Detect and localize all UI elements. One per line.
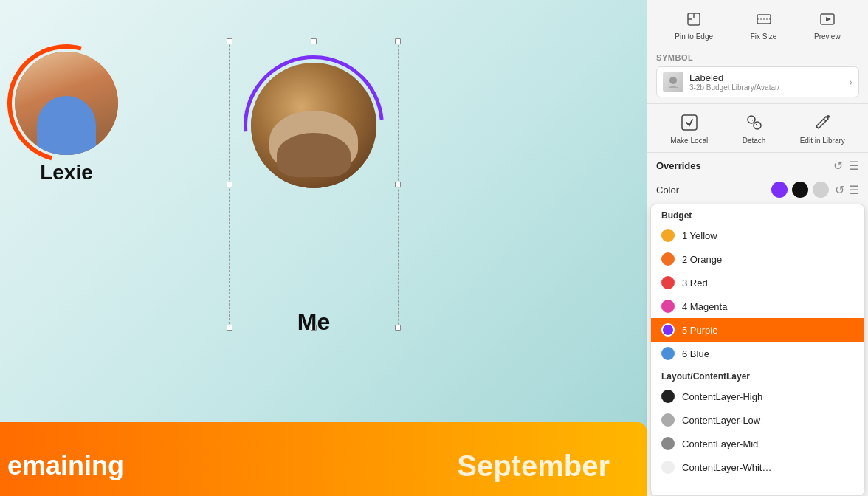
detach-button[interactable]: Detach [743,111,766,145]
color-item-4-magenta[interactable]: 4 Magenta [651,294,864,318]
color-swatch-3-red [661,276,675,289]
make-local-icon [678,111,700,134]
budget-group-title: Budget [651,204,864,224]
lexie-name: Lexie [0,161,133,185]
color-swatch-4-magenta [661,300,675,313]
color-icons: ↺ ☰ [835,183,859,197]
svg-rect-8 [682,115,697,130]
color-swatches [771,182,829,198]
color-item-label-1-yellow: 1 Yellow [682,230,854,241]
fix-size-icon [754,9,774,30]
color-item-label-2-orange: 2 Orange [682,254,854,265]
color-item-label-cl-white: ContentLayer-Whit… [682,462,854,473]
color-swatch-cl-mid [661,437,675,450]
color-item-1-yellow[interactable]: 1 Yellow [651,224,864,247]
color-swatch-5-purple [661,323,675,337]
edit-in-library-icon [811,111,833,134]
overrides-row: Overrides ↺ ☰ [647,153,868,179]
pin-to-edge-button[interactable]: Pin to Edge [669,6,719,44]
symbol-section-title: SYMBOL [656,53,859,62]
detach-label: Detach [743,137,766,145]
handle-tr[interactable] [395,38,401,44]
color-swatch-2-orange [661,252,675,266]
me-photo [251,63,376,188]
color-item-label-cl-low: ContentLayer-Low [682,415,854,426]
fix-size-button[interactable]: Fix Size [745,6,783,44]
symbol-info: Labeled 3-2b Budget Library/Avatar/ [689,72,849,92]
color-list-icon[interactable]: ☰ [849,183,859,197]
color-swatch-cl-high [661,390,675,403]
svg-point-12 [827,115,830,118]
toolbar-row: Pin to Edge Fix Size Preview [647,0,868,47]
september-text: September [457,450,610,483]
fix-size-label: Fix Size [751,32,777,41]
swatch-black[interactable] [792,182,808,198]
swatch-purple[interactable] [771,182,788,198]
color-item-cl-white[interactable]: ContentLayer-Whit… [651,455,864,479]
canvas: Lexie Me emaining September [0,0,647,496]
color-item-6-blue[interactable]: 6 Blue [651,342,864,365]
svg-marker-6 [826,17,831,21]
color-item-cl-high[interactable]: ContentLayer-High [651,385,864,408]
preview-icon [817,9,838,30]
handle-tm[interactable] [311,38,317,44]
avatar-me [240,55,388,203]
symbol-path: 3-2b Budget Library/Avatar/ [689,83,849,92]
color-row: Color ↺ ☰ [647,179,868,204]
symbol-selector[interactable]: Labeled 3-2b Budget Library/Avatar/ › [656,66,859,97]
symbol-section: SYMBOL Labeled 3-2b Budget Library/Avata… [647,47,868,104]
remaining-text: emaining [7,450,124,481]
me-name: Me [229,309,399,336]
handle-mr[interactable] [395,182,401,187]
make-local-label: Make Local [670,137,708,145]
color-item-5-purple[interactable]: 5 Purple [651,318,864,342]
bottom-bar: emaining September [0,422,647,496]
detach-icon [743,111,765,134]
layout-items-list: ContentLayer-HighContentLayer-LowContent… [651,385,864,479]
symbol-thumbnail [663,72,683,92]
overrides-icons: ↺ ☰ [833,159,859,173]
edit-in-library-label: Edit in Library [800,137,845,145]
pin-to-edge-icon [683,9,704,30]
color-item-3-red[interactable]: 3 Red [651,271,864,294]
budget-items-list: 1 Yellow2 Orange3 Red4 Magenta5 Purple6 … [651,224,864,365]
avatar-lexie: Lexie [0,44,133,192]
pin-to-edge-label: Pin to Edge [675,32,713,41]
handle-ml[interactable] [227,182,232,187]
swatch-light-gray[interactable] [813,182,829,198]
make-local-button[interactable]: Make Local [670,111,708,145]
color-item-2-orange[interactable]: 2 Orange [651,247,864,271]
color-item-label-6-blue: 6 Blue [682,348,854,359]
color-swatch-6-blue [661,347,675,360]
color-item-cl-mid[interactable]: ContentLayer-Mid [651,432,864,455]
lexie-photo [15,52,118,155]
color-swatch-cl-white [661,461,675,474]
color-item-label-3-red: 3 Red [682,278,854,289]
handle-tl[interactable] [227,38,232,44]
edit-in-library-button[interactable]: Edit in Library [800,111,845,145]
color-item-label-4-magenta: 4 Magenta [682,301,854,312]
symbol-chevron-icon: › [849,76,852,88]
preview-label: Preview [814,32,841,41]
color-item-label-5-purple: 5 Purple [682,325,854,336]
preview-button[interactable]: Preview [808,6,847,44]
color-item-label-cl-high: ContentLayer-High [682,391,854,402]
color-dropdown[interactable]: Budget 1 Yellow2 Orange3 Red4 Magenta5 P… [650,204,865,496]
overrides-menu-icon[interactable]: ☰ [849,159,859,173]
right-panel: Pin to Edge Fix Size Preview SYMBOL [647,0,868,496]
color-item-cl-low[interactable]: ContentLayer-Low [651,408,864,432]
svg-point-7 [669,77,677,84]
actions-row: Make Local Detach Edit in L [647,104,868,153]
symbol-name: Labeled [689,72,849,83]
svg-point-10 [754,122,761,129]
color-reset-icon[interactable]: ↺ [835,183,844,197]
avatar-me-container[interactable]: Me [229,41,399,380]
color-item-label-cl-mid: ContentLayer-Mid [682,438,854,450]
color-label: Color [656,185,679,196]
svg-line-11 [751,120,757,125]
color-swatch-cl-low [661,413,675,427]
color-swatch-1-yellow [661,229,675,242]
layout-group-title: Layout/ContentLayer [651,365,864,385]
overrides-title: Overrides [656,160,701,171]
overrides-reset-icon[interactable]: ↺ [833,159,843,173]
